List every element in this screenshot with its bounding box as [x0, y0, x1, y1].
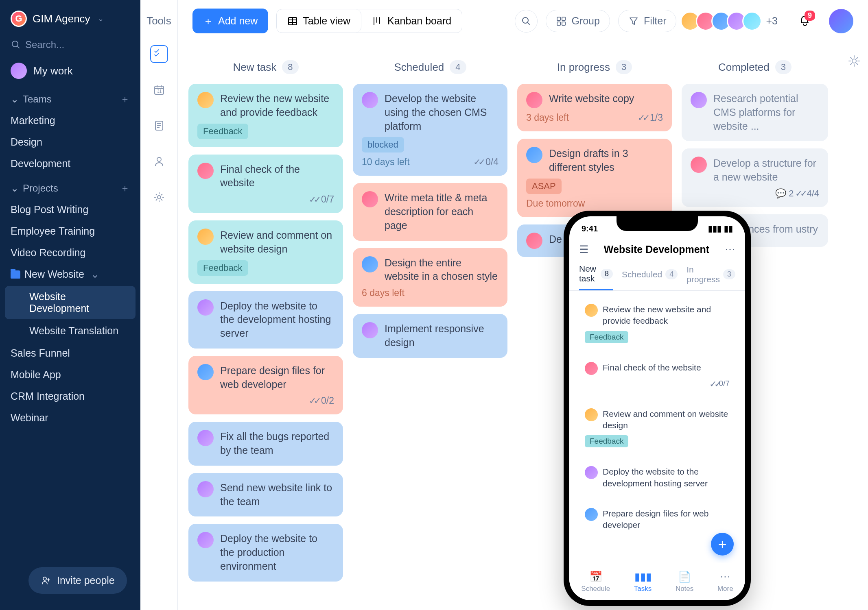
card-counts: 💬 24/4 [775, 188, 819, 199]
card-title: Design the entire website in a chosen st… [385, 256, 498, 284]
user-avatar[interactable] [829, 9, 853, 33]
workspace-switcher[interactable]: G GIM Agency ⌄ [0, 0, 140, 35]
sidebar-item-project[interactable]: Mobile App [0, 364, 140, 386]
sidebar-item-mywork[interactable]: My work [0, 56, 140, 85]
nav-icon: ⋯ [720, 571, 730, 583]
search-button[interactable] [515, 10, 538, 33]
phone-nav-item[interactable]: 📄Notes [676, 571, 693, 593]
phone-time: 9:41 [582, 224, 598, 233]
rail-people-icon[interactable] [150, 152, 168, 170]
column-header: New task8 [188, 54, 343, 84]
task-card[interactable]: Design the entire website in a chosen st… [353, 248, 507, 307]
add-team-icon[interactable]: ＋ [120, 93, 130, 106]
rail-notes-icon[interactable] [150, 117, 168, 135]
task-card[interactable]: Fix all the bugs reported by the team [188, 422, 343, 466]
mywork-label: My work [33, 65, 73, 77]
task-card[interactable]: Write meta title & meta description for … [353, 183, 507, 240]
svg-rect-10 [562, 17, 565, 20]
sidebar-item-project[interactable]: Sales Funnel [0, 342, 140, 364]
chevron-down-icon: ⌄ [11, 183, 19, 194]
avatar [362, 322, 378, 338]
sidebar-item-project[interactable]: Blog Post Writing [0, 199, 140, 220]
phone-task-card[interactable]: Review the new website and provide feedb… [577, 297, 737, 350]
task-card[interactable]: Implement responsive design [353, 314, 507, 358]
task-card[interactable]: Design drafts in 3 different stylesASAPD… [517, 139, 672, 217]
rail-tasks-icon[interactable] [150, 45, 168, 63]
task-card[interactable]: Research potential CMS platforms for web… [682, 84, 828, 141]
invite-people-button[interactable]: Invite people [28, 567, 127, 594]
task-card[interactable]: Prepare design files for web developer0/… [188, 356, 343, 415]
task-card[interactable]: Deploy the website to the production env… [188, 524, 343, 581]
task-card[interactable]: Deploy the website to the development ho… [188, 291, 343, 349]
add-project-icon[interactable]: ＋ [120, 182, 130, 195]
phone-task-card[interactable]: Review and comment on website designFeed… [577, 402, 737, 454]
card-title: Final check of the website [220, 163, 334, 190]
view-kanban-button[interactable]: Kanban board [361, 9, 462, 33]
rail-settings-icon[interactable] [150, 188, 168, 206]
search-input[interactable]: Search... [0, 35, 140, 56]
phone-nav-item[interactable]: ⋯More [717, 571, 733, 593]
rail-calendar-icon[interactable]: 31 [150, 81, 168, 99]
sidebar-subitem[interactable]: Website Development [5, 286, 136, 319]
phone-nav-item[interactable]: 📅Schedule [581, 571, 610, 593]
avatar [197, 299, 214, 316]
task-card[interactable]: Review the new website and provide feedb… [188, 84, 343, 147]
card-due: 10 days left [362, 157, 410, 168]
sidebar-item-project[interactable]: Employee Training [0, 220, 140, 242]
sidebar-item-project[interactable]: Webinar [0, 407, 140, 429]
card-title: Write website copy [549, 92, 634, 106]
task-card[interactable]: Final check of the website0/7 [188, 155, 343, 214]
nav-icon: ▮▮▮ [634, 571, 652, 583]
sidebar-subitem[interactable]: Website Translation [5, 320, 136, 342]
sidebar-item-team[interactable]: Development [0, 153, 140, 174]
phone-tab[interactable]: In progress3 [687, 264, 735, 290]
checklist-count: 0/4 [473, 157, 498, 168]
phone-tab[interactable]: Scheduled4 [622, 264, 678, 290]
phone-status-icons: ▮▮▮ ▮▮ [708, 224, 733, 233]
phone-tab[interactable]: New task8 [579, 264, 613, 290]
phone-task-card[interactable]: Final check of the website0/7 [577, 355, 737, 396]
sidebar-item-team[interactable]: Design [0, 131, 140, 153]
fab-add-button[interactable]: ＋ [711, 533, 734, 556]
task-card[interactable]: Write website copy3 days left1/3 [517, 84, 672, 131]
filter-button[interactable]: Filter [618, 10, 677, 32]
section-projects[interactable]: ⌄Projects ＋ [0, 174, 140, 199]
task-card[interactable]: Send new website link to the team [188, 473, 343, 517]
phone-task-card[interactable]: Prepare design files for web developer [577, 501, 737, 538]
sidebar-item-project[interactable]: Video Recording [0, 242, 140, 264]
add-new-button[interactable]: ＋Add new [192, 9, 268, 33]
count-pill: 8 [282, 60, 298, 74]
task-card[interactable]: Develop the website using the chosen CMS… [353, 84, 507, 176]
view-table-button[interactable]: Table view [277, 9, 361, 33]
avatar [197, 92, 214, 108]
card-title: Review the new website and provide feedb… [220, 92, 334, 120]
board-settings-icon[interactable] [848, 54, 861, 69]
svg-rect-9 [557, 17, 560, 20]
sidebar-item-team[interactable]: Marketing [0, 110, 140, 131]
member-avatar-row[interactable]: +3 [684, 11, 778, 31]
section-teams[interactable]: ⌄Teams ＋ [0, 85, 140, 110]
task-card[interactable]: Develop a structure for a new website💬 2… [682, 148, 828, 207]
phone-task-card[interactable]: Deploy the website to the development ho… [577, 460, 737, 496]
avatar [197, 481, 214, 497]
sidebar-folder[interactable]: New Website⌄ [0, 264, 140, 285]
avatar [585, 508, 598, 521]
rail-label: Tools [146, 15, 171, 27]
group-button[interactable]: Group [546, 10, 610, 32]
card-title: Design drafts in 3 different styles [549, 147, 663, 174]
task-card[interactable]: Review and comment on website designFeed… [188, 220, 343, 284]
notifications-button[interactable]: 9 [798, 13, 813, 29]
phone-nav-item[interactable]: ▮▮▮Tasks [634, 571, 652, 593]
svg-point-5 [157, 157, 161, 161]
avatar [197, 364, 214, 380]
avatar [526, 147, 542, 163]
card-title: Deploy the website to the production env… [220, 532, 334, 573]
avatar [197, 163, 214, 179]
sidebar-item-project[interactable]: CRM Integration [0, 386, 140, 407]
avatar [197, 532, 214, 548]
card-tag: Feedback [585, 435, 628, 447]
hamburger-icon[interactable]: ☰ [579, 243, 588, 256]
more-icon[interactable]: ⋯ [725, 243, 735, 256]
svg-text:31: 31 [157, 89, 162, 94]
card-title: Prepare design files for web developer [603, 508, 730, 531]
